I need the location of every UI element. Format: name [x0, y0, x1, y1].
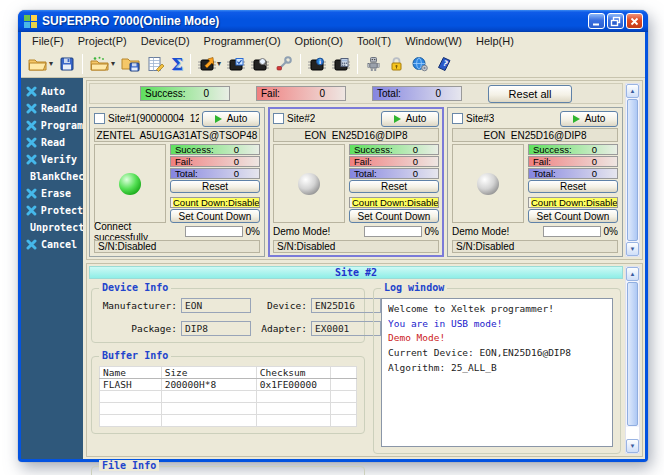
success-value: 0	[592, 144, 613, 155]
sidebar-item-read[interactable]: Read	[26, 134, 83, 150]
title-bar[interactable]: SUPERPRO 7000(Online Mode)	[18, 10, 648, 32]
scroll-down-button[interactable]: ▼	[626, 439, 639, 453]
tools-icon	[275, 56, 293, 72]
site-panel-2[interactable]: Site#2 Auto EON EN25D16@DIP8 Success:0 F…	[268, 107, 444, 257]
scroll-up-button[interactable]: ▲	[626, 267, 639, 281]
chip-verify-icon	[227, 56, 245, 72]
sidebar-label: Read	[41, 137, 65, 148]
detail-scrollbar[interactable]: ▲ ▼	[625, 266, 640, 454]
total-label: Total:	[175, 168, 198, 179]
robot-button[interactable]	[362, 51, 385, 76]
scroll-thumb[interactable]	[627, 99, 638, 241]
toolbar: ▾ ▾	[21, 50, 645, 78]
log-line: You are in USB mode!	[388, 317, 606, 332]
site1-reset-button[interactable]: Reset	[170, 180, 260, 193]
select-device-button[interactable]	[144, 51, 168, 76]
program-chip-button[interactable]: ▾	[195, 51, 224, 76]
chip-calc-button[interactable]	[329, 51, 353, 76]
file-info-group: File Info	[91, 466, 365, 475]
countdown-text: Count Down:Disabled	[531, 197, 618, 208]
site2-auto-button[interactable]: Auto	[381, 111, 439, 127]
sidebar-item-unprotect[interactable]: Unprotect	[26, 219, 83, 235]
x-icon	[26, 154, 37, 165]
global-success-counter: Success:0	[140, 86, 230, 101]
main-area: Auto ReadId Program Read Verify BlankChe…	[21, 78, 645, 459]
network-button[interactable]	[408, 51, 432, 76]
x-icon	[26, 103, 37, 114]
sidebar-item-cancel[interactable]: Cancel	[26, 236, 83, 252]
menu-device[interactable]: Device(D)	[134, 34, 197, 48]
verify-chip-button[interactable]	[224, 51, 248, 76]
detail-header: Site #2	[89, 266, 623, 279]
menu-option[interactable]: Option(O)	[288, 34, 350, 48]
help-button[interactable]: ?	[432, 51, 456, 76]
restore-button[interactable]	[607, 13, 624, 29]
window-title: SUPERPRO 7000(Online Mode)	[42, 14, 219, 28]
scroll-track-gap[interactable]	[626, 427, 639, 439]
settings-tools-button[interactable]	[272, 51, 296, 76]
sidebar-item-auto[interactable]: Auto	[26, 83, 83, 99]
read-chip-button[interactable]	[248, 51, 272, 76]
fail-value: 0	[319, 88, 341, 99]
content-area: Success:0 Fail:0 Total:0 Reset all Site#…	[83, 78, 645, 459]
open-project-button[interactable]: ▾	[87, 51, 118, 76]
global-stats-strip: Success:0 Fail:0 Total:0 Reset all	[89, 83, 623, 104]
manufacturer-value: EON	[181, 298, 251, 313]
site2-reset-button[interactable]: Reset	[349, 180, 439, 193]
site3-status-led	[477, 173, 499, 195]
site1-checkbox[interactable]	[94, 113, 105, 124]
save-project-button[interactable]	[118, 51, 144, 76]
site2-countdown-box: Count Down:Disabled	[349, 197, 439, 208]
menu-window[interactable]: Window(W)	[398, 34, 469, 48]
sites-scrollbar[interactable]: ▲ ▼	[625, 83, 640, 257]
toolbar-separator	[82, 54, 83, 74]
close-button[interactable]	[626, 13, 643, 29]
globe-icon	[411, 56, 429, 72]
checksum-button[interactable]: Σ	[168, 51, 186, 76]
lock-button[interactable]	[385, 51, 408, 76]
site3-checkbox[interactable]	[452, 113, 463, 124]
log-output[interactable]: Welcome to Xeltek programmer! You are in…	[381, 298, 613, 447]
buffer-info-title: Buffer Info	[99, 350, 171, 361]
menu-help[interactable]: Help(H)	[469, 34, 521, 48]
sidebar-item-blankcheck[interactable]: BlankCheck	[26, 168, 83, 184]
folder-project-icon	[90, 56, 110, 72]
chip-info-button[interactable]: i	[305, 51, 329, 76]
scroll-down-button[interactable]: ▼	[626, 242, 639, 256]
site2-set-countdown-button[interactable]: Set Count Down	[349, 209, 439, 223]
dropdown-caret-icon: ▾	[111, 59, 115, 68]
site3-set-countdown-button[interactable]: Set Count Down	[528, 209, 618, 223]
site1-auto-button[interactable]: Auto	[202, 111, 260, 127]
scroll-thumb[interactable]	[627, 282, 638, 426]
device-list-icon	[147, 56, 165, 72]
site2-checkbox[interactable]	[273, 113, 284, 124]
menu-tool[interactable]: Tool(T)	[350, 34, 398, 48]
site1-set-countdown-button[interactable]: Set Count Down	[170, 209, 260, 223]
site3-status-text: Demo Mode!	[452, 226, 509, 237]
col-size: Size	[161, 367, 256, 379]
site3-reset-button[interactable]: Reset	[528, 180, 618, 193]
save-file-button[interactable]	[56, 51, 78, 76]
sidebar-item-erase[interactable]: Erase	[26, 185, 83, 201]
robot-icon	[365, 56, 382, 72]
sidebar-item-protect[interactable]: Protect	[26, 202, 83, 218]
open-file-button[interactable]: ▾	[25, 51, 56, 76]
play-icon	[573, 115, 580, 123]
menu-file[interactable]: File(F)	[25, 34, 71, 48]
scroll-up-button[interactable]: ▲	[626, 84, 639, 98]
fail-label: Fail:	[261, 88, 280, 99]
device-info-title: Device Info	[99, 282, 171, 293]
reset-all-button[interactable]: Reset all	[488, 85, 572, 103]
site2-led-panel	[273, 144, 345, 223]
menu-programmer[interactable]: Programmer(O)	[197, 34, 288, 48]
cell-checksum: 0x1FE00000	[256, 379, 331, 391]
sidebar-label: Program	[41, 120, 83, 131]
sidebar-item-verify[interactable]: Verify	[26, 151, 83, 167]
minimize-button[interactable]	[588, 13, 605, 29]
total-value: 0	[592, 168, 613, 179]
buffer-table-row[interactable]: FLASH 200000H*8 0x1FE00000	[100, 379, 357, 391]
site3-auto-button[interactable]: Auto	[560, 111, 618, 127]
sidebar-item-program[interactable]: Program	[26, 117, 83, 133]
menu-project[interactable]: Project(P)	[71, 34, 134, 48]
sidebar-item-readid[interactable]: ReadId	[26, 100, 83, 116]
